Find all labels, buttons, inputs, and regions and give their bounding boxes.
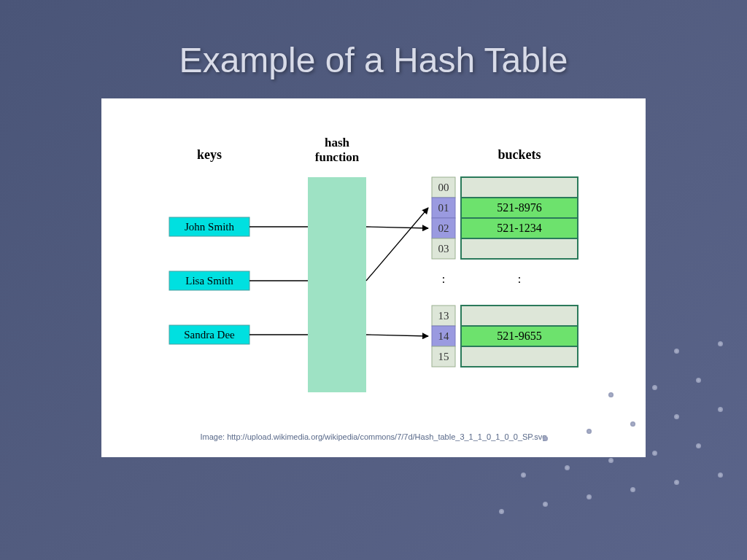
bucket-index-13: 13 [438,310,449,322]
bucket-row-02: 02 521-1234 [432,218,578,238]
image-caption: Image: http://upload.wikimedia.org/wikip… [116,432,631,441]
hash-function-box [308,177,366,392]
arrow-sandra-to-14 [366,335,428,336]
svg-rect-12 [461,306,578,326]
bucket-index-15: 15 [438,351,449,362]
key-label-0: John Smith [185,221,234,233]
bucket-row-01: 01 521-8976 [432,198,578,218]
bucket-row-00: 00 [432,177,578,198]
ellipsis-index: : [442,273,445,285]
hash-table-diagram: keys hash function buckets John Smith Li… [101,98,646,457]
svg-rect-16 [461,346,578,367]
key-label-1: Lisa Smith [185,275,233,287]
bucket-index-02: 02 [438,222,449,234]
bucket-value-14: 521-9655 [497,330,541,342]
ellipsis-bucket: : [518,273,521,285]
bucket-row-03: 03 [432,238,578,259]
bucket-value-02: 521-1234 [497,222,541,234]
bucket-row-14: 14 521-9655 [432,326,578,346]
arrow-john-to-02 [366,227,428,228]
bucket-row-15: 15 [432,346,578,367]
key-box-0: John Smith [169,217,249,236]
hashfn-header-2: function [315,150,360,164]
svg-rect-10 [461,238,578,259]
bucket-index-14: 14 [438,330,450,342]
bucket-index-00: 00 [438,182,449,193]
key-box-1: Lisa Smith [169,271,249,290]
bucket-index-03: 03 [438,243,449,254]
buckets-header: buckets [498,147,541,162]
arrow-lisa-to-01 [366,208,428,281]
svg-rect-4 [461,177,578,198]
key-box-2: Sandra Dee [169,325,249,344]
key-label-2: Sandra Dee [184,329,235,341]
slide-title: Example of a Hash Table [0,0,747,98]
bucket-row-13: 13 [432,306,578,326]
bucket-value-01: 521-8976 [497,201,541,214]
keys-header: keys [197,147,222,162]
bucket-index-01: 01 [438,202,449,214]
hashfn-header-1: hash [325,136,350,149]
